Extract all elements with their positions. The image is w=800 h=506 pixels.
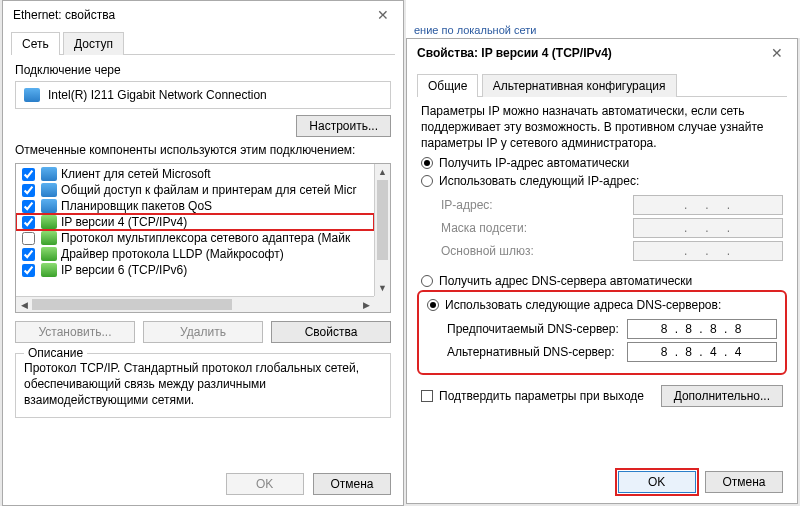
scroll-thumb-h[interactable] <box>32 299 232 310</box>
description-text: Протокол TCP/IP. Стандартный протокол гл… <box>24 360 382 409</box>
window-title: Свойства: IP версии 4 (TCP/IPv4) <box>417 46 612 60</box>
tab-access[interactable]: Доступ <box>63 32 124 55</box>
component-label: Планировщик пакетов QoS <box>61 199 212 213</box>
radio-label: Получить IP-адрес автоматически <box>439 156 629 170</box>
install-button[interactable]: Установить... <box>15 321 135 343</box>
list-item[interactable]: Протокол мультиплексора сетевого адаптер… <box>16 230 374 246</box>
ok-button[interactable]: OK <box>226 473 304 495</box>
preferred-dns-input[interactable] <box>627 319 777 339</box>
component-checkbox[interactable] <box>22 232 35 245</box>
radio-label: Использовать следующие адреса DNS-сервер… <box>445 298 721 312</box>
component-icon <box>41 199 57 213</box>
scrollbar-v[interactable]: ▲ ▼ <box>374 164 390 296</box>
scroll-down-icon[interactable]: ▼ <box>375 280 390 296</box>
description-group: Описание Протокол TCP/IP. Стандартный пр… <box>15 353 391 418</box>
dns-manual-block: Использовать следующие адреса DNS-сервер… <box>417 290 787 375</box>
connection-through-label: Подключение чере <box>15 63 391 77</box>
titlebar: Ethernet: свойства ✕ <box>3 1 403 29</box>
scroll-corner <box>374 296 390 312</box>
component-checkbox[interactable] <box>22 248 35 261</box>
component-icon <box>41 263 57 277</box>
ipv4-properties-dialog: Свойства: IP версии 4 (TCP/IPv4) ✕ Общие… <box>406 38 798 504</box>
radio-icon <box>421 175 433 187</box>
close-icon[interactable]: ✕ <box>767 45 787 61</box>
alternate-dns-label: Альтернативный DNS-сервер: <box>447 345 615 359</box>
dialog-buttons: OK Отмена <box>220 473 391 495</box>
radio-dns-manual[interactable]: Использовать следующие адреса DNS-сервер… <box>423 296 781 314</box>
tabs: Сеть Доступ <box>11 31 395 55</box>
tab-body: Подключение чере Intel(R) I211 Gigabit N… <box>3 55 403 426</box>
preferred-dns-label: Предпочитаемый DNS-сервер: <box>447 322 619 336</box>
tab-general[interactable]: Общие <box>417 74 478 97</box>
components-list: Клиент для сетей MicrosoftОбщий доступ к… <box>15 163 391 313</box>
parameters-help-text: Параметры IP можно назначать автоматичес… <box>407 97 797 154</box>
radio-icon <box>427 299 439 311</box>
component-checkbox[interactable] <box>22 184 35 197</box>
component-label: Клиент для сетей Microsoft <box>61 167 211 181</box>
scrollbar-h[interactable]: ◀ ▶ <box>16 296 374 312</box>
component-icon <box>41 167 57 181</box>
component-checkbox[interactable] <box>22 264 35 277</box>
component-label: Драйвер протокола LLDP (Майкрософт) <box>61 247 284 261</box>
component-checkbox[interactable] <box>22 216 35 229</box>
list-item[interactable]: Клиент для сетей Microsoft <box>16 166 374 182</box>
adapter-box: Intel(R) I211 Gigabit Network Connection <box>15 81 391 109</box>
radio-ip-auto[interactable]: Получить IP-адрес автоматически <box>407 154 797 172</box>
component-icon <box>41 231 57 245</box>
component-icon <box>41 215 57 229</box>
properties-button[interactable]: Свойства <box>271 321 391 343</box>
component-label: IP версии 4 (TCP/IPv4) <box>61 215 187 229</box>
dialog-buttons: OK Отмена <box>612 471 783 493</box>
gateway-input <box>633 241 783 261</box>
list-item[interactable]: Планировщик пакетов QoS <box>16 198 374 214</box>
remove-button[interactable]: Удалить <box>143 321 263 343</box>
list-item[interactable]: IP версии 6 (TCP/IPv6) <box>16 262 374 278</box>
radio-label: Получить адрес DNS-сервера автоматически <box>439 274 692 288</box>
component-checkbox[interactable] <box>22 168 35 181</box>
subnet-mask-label: Маска подсети: <box>441 221 527 235</box>
ip-address-input <box>633 195 783 215</box>
component-label: Общий доступ к файлам и принтерам для се… <box>61 183 356 197</box>
adapter-name: Intel(R) I211 Gigabit Network Connection <box>48 88 267 102</box>
radio-icon <box>421 275 433 287</box>
component-icon <box>41 183 57 197</box>
list-item[interactable]: Драйвер протокола LLDP (Майкрософт) <box>16 246 374 262</box>
parent-caption: ение по локальной сети <box>414 24 536 36</box>
confirm-advanced-row: Подтвердить параметры при выходе Дополни… <box>407 375 797 407</box>
ip-fields: IP-адрес: Маска подсети: Основной шлюз: <box>407 190 797 266</box>
list-item[interactable]: Общий доступ к файлам и принтерам для се… <box>16 182 374 198</box>
scroll-thumb[interactable] <box>377 180 388 260</box>
checkbox-icon <box>421 390 433 402</box>
nic-icon <box>24 88 40 102</box>
ip-address-label: IP-адрес: <box>441 198 493 212</box>
scroll-right-icon[interactable]: ▶ <box>358 297 374 313</box>
components-label: Отмеченные компоненты используются этим … <box>15 143 391 157</box>
radio-dns-auto[interactable]: Получить адрес DNS-сервера автоматически <box>407 272 797 290</box>
tab-network[interactable]: Сеть <box>11 32 60 55</box>
window-title: Ethernet: свойства <box>13 8 115 22</box>
radio-icon <box>421 157 433 169</box>
close-icon[interactable]: ✕ <box>373 7 393 23</box>
component-label: IP версии 6 (TCP/IPv6) <box>61 263 187 277</box>
parent-window-strip: ение по локальной сети <box>406 0 800 38</box>
cancel-button[interactable]: Отмена <box>705 471 783 493</box>
subnet-mask-input <box>633 218 783 238</box>
titlebar: Свойства: IP версии 4 (TCP/IPv4) ✕ <box>407 39 797 67</box>
ethernet-properties-dialog: Ethernet: свойства ✕ Сеть Доступ Подключ… <box>2 0 404 506</box>
scroll-left-icon[interactable]: ◀ <box>16 297 32 313</box>
component-checkbox[interactable] <box>22 200 35 213</box>
description-title: Описание <box>24 346 87 360</box>
alternate-dns-input[interactable] <box>627 342 777 362</box>
scroll-up-icon[interactable]: ▲ <box>375 164 390 180</box>
radio-ip-manual[interactable]: Использовать следующий IP-адрес: <box>407 172 797 190</box>
tabs: Общие Альтернативная конфигурация <box>417 73 787 97</box>
cancel-button[interactable]: Отмена <box>313 473 391 495</box>
configure-button[interactable]: Настроить... <box>296 115 391 137</box>
confirm-checkbox[interactable]: Подтвердить параметры при выходе <box>421 389 644 403</box>
component-icon <box>41 247 57 261</box>
confirm-label: Подтвердить параметры при выходе <box>439 389 644 403</box>
ok-button[interactable]: OK <box>618 471 696 493</box>
advanced-button[interactable]: Дополнительно... <box>661 385 783 407</box>
tab-alt-config[interactable]: Альтернативная конфигурация <box>482 74 677 97</box>
list-item[interactable]: IP версии 4 (TCP/IPv4) <box>16 214 374 230</box>
